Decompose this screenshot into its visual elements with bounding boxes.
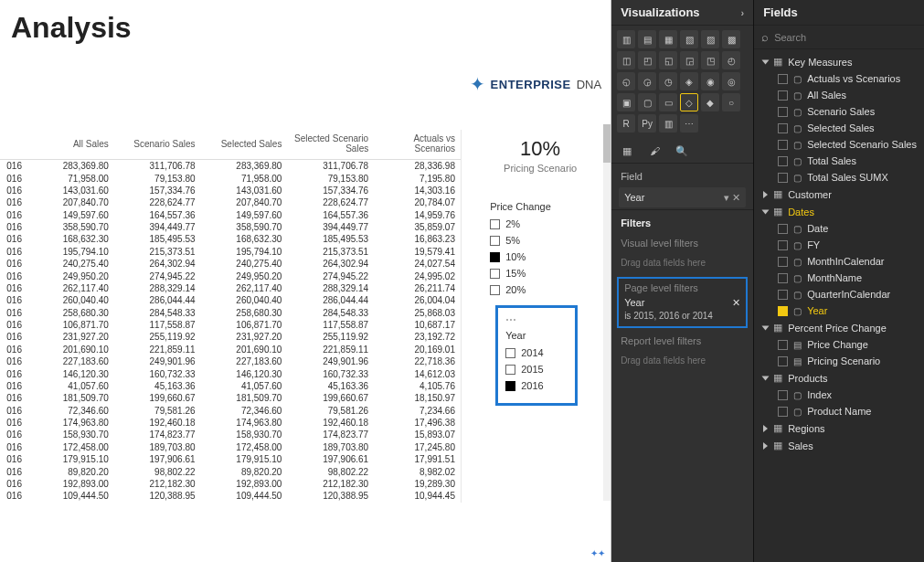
viz-type-icon[interactable]: ◷ bbox=[659, 72, 677, 90]
checkbox-icon[interactable] bbox=[505, 381, 515, 391]
viz-type-icon[interactable]: ▣ bbox=[617, 93, 635, 111]
viz-type-icon[interactable]: ▩ bbox=[722, 30, 740, 48]
viz-type-icon[interactable]: ▨ bbox=[701, 30, 719, 48]
field-checkbox[interactable] bbox=[778, 140, 788, 150]
viz-type-icon[interactable]: ▥ bbox=[617, 30, 635, 48]
table-row[interactable]: 016231,927.20255,119.92231,927.20255,119… bbox=[0, 331, 461, 343]
field-checkbox[interactable] bbox=[778, 156, 788, 166]
table-row[interactable]: 016227,183.60249,901.96227,183.60249,901… bbox=[0, 355, 461, 367]
viz-type-icon[interactable]: ▦ bbox=[659, 30, 677, 48]
field-checkbox[interactable] bbox=[778, 257, 788, 267]
viz-type-icon[interactable]: ◳ bbox=[701, 51, 719, 69]
table-row[interactable]: 016146,120.30160,732.33146,120.30160,732… bbox=[0, 367, 461, 379]
viz-type-icon[interactable]: ▢ bbox=[638, 93, 656, 111]
price-option[interactable]: 10% bbox=[490, 249, 590, 265]
remove-filter-icon[interactable]: ✕ bbox=[732, 297, 740, 309]
table-row[interactable]: 016149,597.60164,557.36149,597.60164,557… bbox=[0, 209, 461, 221]
expand-icon[interactable] bbox=[762, 376, 770, 380]
column-header[interactable] bbox=[0, 130, 27, 160]
expand-icon[interactable] bbox=[763, 191, 768, 198]
field-checkbox[interactable] bbox=[778, 173, 788, 183]
table-row[interactable]: 016192,893.00212,182.30192,893.00212,182… bbox=[0, 478, 461, 490]
table-node[interactable]: Sales bbox=[754, 437, 924, 454]
viz-type-icon[interactable]: ◫ bbox=[617, 51, 635, 69]
viz-type-icon[interactable]: ◵ bbox=[617, 72, 635, 90]
format-tab-icon[interactable]: 🖌 bbox=[646, 143, 663, 159]
field-checkbox[interactable] bbox=[778, 306, 788, 316]
drop-zone-visual[interactable]: Drag data fields here bbox=[611, 252, 753, 273]
expand-icon[interactable] bbox=[762, 325, 770, 330]
viz-type-icon[interactable]: ◆ bbox=[701, 93, 719, 111]
field-node[interactable]: All Sales bbox=[754, 87, 924, 103]
field-node[interactable]: Selected Sales bbox=[754, 120, 924, 136]
field-checkbox[interactable] bbox=[778, 390, 788, 400]
table-row[interactable]: 016283,369.80311,706.78283,369.80311,706… bbox=[0, 160, 461, 173]
column-header[interactable]: Selected Sales bbox=[201, 130, 288, 160]
year-slicer[interactable]: Year 201420152016 bbox=[495, 305, 578, 406]
table-row[interactable]: 016260,040.40286,044.44260,040.40286,044… bbox=[0, 294, 461, 306]
table-row[interactable]: 016179,915.10197,906.61179,915.10197,906… bbox=[0, 453, 461, 465]
field-node[interactable]: MonthInCalendar bbox=[754, 253, 924, 270]
table-row[interactable]: 016158,930.70174,823.77158,930.70174,823… bbox=[0, 429, 461, 440]
viz-type-icon[interactable]: ◲ bbox=[680, 51, 698, 69]
viz-type-icon[interactable]: ⋯ bbox=[680, 114, 698, 133]
table-row[interactable]: 016172,458.00189,703.80172,458.00189,703… bbox=[0, 441, 461, 453]
column-header[interactable]: Actuals vs Scenarios bbox=[374, 130, 461, 160]
price-option[interactable]: 20% bbox=[490, 281, 590, 298]
field-node[interactable]: Price Change bbox=[754, 336, 924, 353]
table-node[interactable]: Dates bbox=[754, 203, 924, 220]
table-row[interactable]: 01671,958.0079,153.8071,958.0079,153.807… bbox=[0, 172, 461, 184]
fields-tab-icon[interactable]: ▦ bbox=[619, 143, 635, 159]
viz-type-icon[interactable]: ◱ bbox=[659, 51, 677, 69]
table-row[interactable]: 016168,632.30185,495.53168,632.30185,495… bbox=[0, 233, 461, 245]
expand-icon[interactable] bbox=[763, 425, 768, 432]
field-node[interactable]: Actuals vs Scenarios bbox=[754, 70, 924, 87]
table-row[interactable]: 016258,680.30284,548.33258,680.30284,548… bbox=[0, 307, 461, 319]
chevron-down-icon[interactable]: ▾ ✕ bbox=[724, 192, 740, 204]
viz-type-icon[interactable]: ◇ bbox=[680, 93, 698, 111]
analytics-tab-icon[interactable]: 🔍 bbox=[674, 143, 690, 159]
field-node[interactable]: Scenario Sales bbox=[754, 103, 924, 120]
viz-type-icon[interactable]: Py bbox=[638, 114, 656, 133]
table-row[interactable]: 016207,840.70228,624.77207,840.70228,624… bbox=[0, 196, 461, 208]
viz-type-icon[interactable]: ◎ bbox=[722, 72, 740, 90]
table-row[interactable]: 016201,690.10221,859.11201,690.10221,859… bbox=[0, 344, 461, 355]
expand-icon[interactable] bbox=[762, 59, 770, 64]
field-checkbox[interactable] bbox=[778, 240, 788, 250]
expand-icon[interactable] bbox=[763, 442, 768, 450]
price-option[interactable]: 2% bbox=[490, 216, 590, 232]
scrollbar[interactable] bbox=[603, 124, 611, 501]
format-tabs[interactable]: ▦ 🖌 🔍 bbox=[611, 137, 753, 164]
field-checkbox[interactable] bbox=[778, 90, 788, 101]
checkbox-icon[interactable] bbox=[490, 236, 500, 246]
table-node[interactable]: Products bbox=[754, 369, 924, 387]
more-icon[interactable] bbox=[505, 313, 516, 326]
field-node[interactable]: Total Sales SUMX bbox=[754, 169, 924, 186]
column-header[interactable]: Scenario Sales bbox=[114, 130, 201, 160]
table-row[interactable]: 016143,031.60157,334.76143,031.60157,334… bbox=[0, 185, 461, 196]
field-node[interactable]: Date bbox=[754, 220, 924, 237]
field-checkbox[interactable] bbox=[778, 224, 788, 234]
table-row[interactable]: 016181,509.70199,660.67181,509.70199,660… bbox=[0, 392, 461, 404]
table-row[interactable]: 016106,871.70117,558.87106,871.70117,558… bbox=[0, 319, 461, 331]
viz-type-icon[interactable]: ▭ bbox=[659, 93, 677, 111]
checkbox-icon[interactable] bbox=[505, 348, 515, 358]
table-node[interactable]: Regions bbox=[754, 419, 924, 437]
table-row[interactable]: 016240,275.40264,302.94240,275.40264,302… bbox=[0, 258, 461, 270]
field-checkbox[interactable] bbox=[778, 340, 788, 350]
checkbox-icon[interactable] bbox=[490, 285, 500, 295]
checkbox-icon[interactable] bbox=[490, 219, 500, 229]
field-node[interactable]: Total Sales bbox=[754, 153, 924, 169]
viz-type-icon[interactable]: ○ bbox=[722, 93, 740, 111]
viz-type-icon[interactable]: ▤ bbox=[638, 30, 656, 48]
viz-type-icon[interactable]: R bbox=[617, 114, 635, 133]
table-row[interactable]: 016358,590.70394,449.77358,590.70394,449… bbox=[0, 221, 461, 233]
viz-type-icon[interactable]: ◴ bbox=[722, 51, 740, 69]
field-node[interactable]: Year bbox=[754, 302, 924, 319]
field-checkbox[interactable] bbox=[778, 290, 788, 300]
field-node[interactable]: Index bbox=[754, 387, 924, 403]
column-header[interactable]: Selected Scenario Sales bbox=[287, 130, 374, 160]
table-row[interactable]: 016195,794.10215,373.51195,794.10215,373… bbox=[0, 246, 461, 258]
year-option[interactable]: 2016 bbox=[505, 377, 568, 394]
field-node[interactable]: Product Name bbox=[754, 403, 924, 419]
